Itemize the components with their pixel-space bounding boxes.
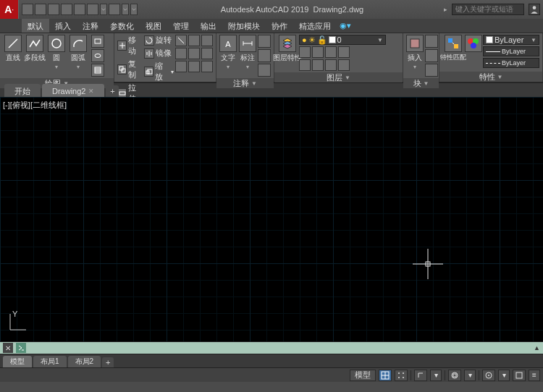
qat-custom-dropdown-icon[interactable] [130,4,138,15]
tab-addins[interactable]: 附加模块 [222,19,266,33]
grid-toggle-icon[interactable] [379,370,392,381]
rotate-button[interactable]: 旋转 [144,35,174,46]
tab-drawing2[interactable]: Drawing2✕ [42,84,104,97]
polyline-button[interactable]: 多段线 [25,35,45,63]
panel-block-title[interactable]: 块▼ [403,78,439,88]
tab-insert[interactable]: 插入 [49,19,77,33]
layer-off-icon[interactable] [299,46,311,58]
lt-sample-icon [486,63,500,64]
hatch-icon[interactable] [91,64,104,77]
rect-icon[interactable] [91,35,104,48]
ortho-icon[interactable] [414,370,427,381]
insert-button[interactable]: 插入▾ [406,35,424,70]
tab-overflow-icon[interactable]: ◉▾ [337,19,354,33]
tab-featured[interactable]: 精选应用 [293,19,337,33]
clean-icon[interactable] [513,370,526,381]
cloud-icon[interactable] [258,64,271,77]
command-input[interactable] [29,344,531,352]
linetype-combo[interactable]: ByLayer [483,58,539,68]
open-icon[interactable] [35,4,46,15]
color-combo[interactable]: ByLayer▼ [483,35,539,45]
tab-layout2[interactable]: 布局2 [68,356,101,367]
tab-collab[interactable]: 协作 [266,19,293,33]
text-button[interactable]: A 文字▾ [219,35,237,70]
close-tab-icon[interactable]: ✕ [88,88,94,95]
tab-parametric[interactable]: 参数化 [104,19,140,33]
snap-toggle-icon[interactable] [395,370,408,381]
explode-icon[interactable] [175,61,187,72]
model-tabs: 模型 布局1 布局2 + [0,354,543,367]
arc-button[interactable]: 圆弧▾ [68,35,88,70]
fillet-icon[interactable] [201,35,213,46]
panel-prop-title[interactable]: 特性▼ [439,72,542,82]
layer-combo[interactable]: ● ☀ 🔓 0 ▼ [299,35,386,45]
saveas-icon[interactable] [61,4,72,15]
tab-output[interactable]: 输出 [195,19,222,33]
chamfer-icon[interactable] [188,61,200,72]
dim-button[interactable]: 标注▾ [238,35,256,70]
cmd-close-icon[interactable]: ✕ [3,343,13,353]
copy-button[interactable]: 复制 [117,59,143,80]
save-icon[interactable] [48,4,59,15]
edit-block-icon[interactable] [425,49,438,62]
layer-uniso-icon[interactable] [312,59,324,71]
array-icon[interactable] [188,48,200,59]
tab-default[interactable]: 默认 [22,19,49,33]
erase-icon[interactable] [201,48,213,59]
table-icon[interactable] [258,49,271,62]
drawing-canvas[interactable]: [-][俯视][二维线框] Y [0,97,543,341]
layerprop-button[interactable]: 图层特性 [277,35,298,63]
new-icon[interactable] [22,4,33,15]
offset-icon[interactable] [175,48,187,59]
layer-on-icon[interactable] [299,59,311,71]
tab-layout1[interactable]: 布局1 [33,356,67,367]
undo-icon[interactable] [87,4,98,15]
layer-thaw-icon[interactable] [325,59,337,71]
infocenter-search[interactable]: 键入关键字或短语 [452,4,524,15]
panel-layer-title[interactable]: 图层▼ [274,72,403,82]
layer-lock-icon[interactable] [338,46,350,58]
workspace-icon[interactable] [482,370,495,381]
layer-unlock-icon[interactable] [338,59,350,71]
osnap-icon[interactable] [448,370,461,381]
scale-button[interactable]: 缩放▾ [144,61,174,82]
palette-icon[interactable] [466,35,481,52]
undo-dropdown-icon[interactable] [100,4,107,15]
break-icon[interactable] [201,61,213,72]
layer-freeze-icon[interactable] [325,46,337,58]
redo-icon[interactable] [109,4,120,15]
tab-annotate[interactable]: 注释 [77,19,104,33]
move-button[interactable]: 移动 [117,35,143,56]
create-block-icon[interactable] [425,35,438,48]
circle-button[interactable]: 圆▾ [46,35,67,70]
tab-model[interactable]: 模型 [3,356,32,367]
line-button[interactable]: 直线 [3,35,23,63]
cmd-dropdown-icon[interactable]: ▲ [534,344,540,351]
extend-icon[interactable] [188,35,200,46]
status-model[interactable]: 模型 [350,370,376,381]
add-tab-button[interactable]: + [106,85,119,97]
app-menu-icon[interactable]: A· [0,0,19,19]
match-button[interactable]: 特性匹配 [442,35,464,62]
layer-iso-icon[interactable] [312,46,324,58]
ellipse-icon[interactable] [91,49,104,62]
polar-icon[interactable]: ▾ [430,370,442,381]
sign-in-icon[interactable] [529,4,540,15]
viewport-label[interactable]: [-][俯视][二维线框] [3,100,67,111]
tab-manage[interactable]: 管理 [167,19,195,33]
redo-dropdown-icon[interactable] [122,4,129,15]
anno-scale-icon[interactable]: ▾ [464,370,476,381]
plot-icon[interactable] [74,4,85,15]
custom-icon[interactable]: ≡ [529,370,540,381]
trim-icon[interactable] [175,35,187,46]
lineweight-combo[interactable]: ByLayer [483,46,539,56]
tab-view[interactable]: 视图 [140,19,167,33]
panel-annot-title[interactable]: 注释▼ [216,78,274,88]
isoview-icon[interactable]: ▾ [498,370,510,381]
cmd-prompt-icon[interactable] [16,343,26,353]
leader-icon[interactable] [258,35,271,48]
attr-block-icon[interactable] [425,64,438,77]
mirror-button[interactable]: 镜像 [144,48,174,59]
add-layout-button[interactable]: + [102,357,114,367]
tab-start[interactable]: 开始 [4,84,41,97]
